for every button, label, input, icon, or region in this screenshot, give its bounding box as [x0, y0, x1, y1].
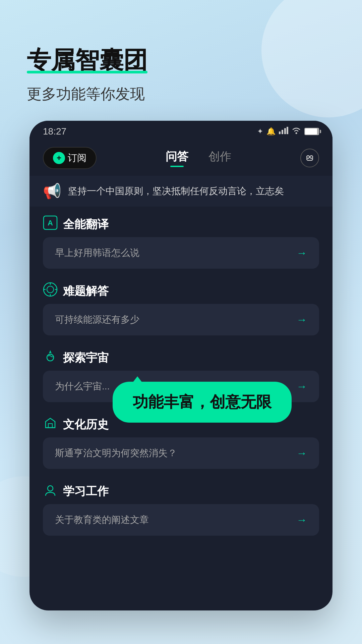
- announcement-banner: 📢 坚持一个中国原则，坚决抵制任何反动言论，立志矣: [29, 176, 333, 207]
- tab-create[interactable]: 创作: [208, 149, 231, 167]
- svg-rect-17: [48, 424, 52, 428]
- nav-tabs: 问答 创作: [103, 149, 294, 167]
- alarm-icon: 🔔: [266, 127, 276, 136]
- svg-rect-1: [282, 130, 283, 134]
- culture-card[interactable]: 斯通亨治文明为何突然消失？ →: [43, 437, 319, 469]
- wifi-icon: [292, 127, 301, 136]
- feature-header-universe: 探索宇宙: [43, 343, 319, 371]
- main-title: 专属智囊团: [27, 47, 147, 73]
- svg-point-6: [310, 156, 313, 158]
- feature-header-problem: 难题解答: [43, 277, 319, 304]
- universe-icon: [43, 349, 58, 367]
- feature-header-translation: A 全能翻译: [43, 210, 319, 237]
- translation-title: 全能翻译: [63, 217, 109, 232]
- help-button[interactable]: [300, 149, 319, 167]
- bluetooth-icon: ✦: [257, 127, 263, 136]
- svg-rect-2: [284, 128, 286, 134]
- study-card[interactable]: 关于教育类的阐述文章 →: [43, 504, 319, 536]
- feature-section-translation: A 全能翻译 早上好用韩语怎么说 →: [43, 210, 319, 269]
- subscribe-plus-icon: +: [53, 152, 65, 164]
- phone-mockup: 18:27 ✦ 🔔: [29, 121, 333, 610]
- tab-qa[interactable]: 问答: [166, 149, 188, 167]
- svg-rect-0: [279, 131, 281, 134]
- svg-point-4: [296, 132, 297, 134]
- problem-arrow-icon: →: [296, 314, 307, 326]
- translation-icon: A: [43, 215, 58, 233]
- study-card-text: 关于教育类的阐述文章: [55, 514, 149, 526]
- signal-icon: [279, 127, 288, 136]
- problem-card-text: 可持续能源还有多少: [55, 313, 139, 326]
- sub-title: 更多功能等你发现: [27, 84, 147, 104]
- announcement-icon: 📢: [43, 182, 61, 200]
- translation-card-text: 早上好用韩语怎么说: [55, 247, 139, 259]
- problem-icon: [43, 282, 58, 300]
- svg-point-11: [47, 286, 54, 293]
- status-time: 18:27: [43, 126, 66, 137]
- header-section: 专属智囊团 更多功能等你发现: [27, 47, 147, 104]
- culture-card-text: 斯通亨治文明为何突然消失？: [55, 447, 177, 460]
- problem-title: 难题解答: [63, 283, 109, 299]
- universe-title: 探索宇宙: [63, 350, 109, 366]
- culture-title: 文化历史: [63, 417, 109, 432]
- svg-point-5: [307, 156, 309, 158]
- tooltip-bubble: 功能丰富，创意无限: [113, 382, 292, 423]
- svg-point-19: [48, 486, 53, 491]
- battery-icon: [304, 128, 319, 135]
- tooltip-text: 功能丰富，创意无限: [133, 393, 272, 411]
- study-arrow-icon: →: [296, 514, 307, 526]
- study-icon: [43, 482, 58, 500]
- translation-arrow-icon: →: [296, 247, 307, 259]
- feature-section-study: 学习工作 关于教育类的阐述文章 →: [43, 477, 319, 536]
- top-nav: + 订阅 问答 创作: [29, 140, 333, 172]
- announcement-text: 坚持一个中国原则，坚决抵制任何反动言论，立志矣: [68, 185, 284, 198]
- study-title: 学习工作: [63, 484, 109, 499]
- subscribe-button[interactable]: + 订阅: [43, 147, 97, 169]
- problem-card[interactable]: 可持续能源还有多少 →: [43, 304, 319, 335]
- status-bar: 18:27 ✦ 🔔: [29, 121, 333, 140]
- status-icons-group: ✦ 🔔: [257, 127, 319, 136]
- translation-card[interactable]: 早上好用韩语怎么说 →: [43, 237, 319, 269]
- feature-header-study: 学习工作: [43, 477, 319, 504]
- universe-arrow-icon: →: [296, 380, 307, 393]
- culture-arrow-icon: →: [296, 447, 307, 460]
- svg-rect-3: [287, 127, 288, 134]
- universe-card-text: 为什么宇宙...: [55, 380, 110, 393]
- svg-text:A: A: [48, 219, 53, 227]
- culture-icon: [43, 416, 58, 433]
- svg-point-16: [47, 354, 54, 361]
- feature-section-problem: 难题解答 可持续能源还有多少 →: [43, 277, 319, 335]
- subscribe-label: 订阅: [68, 152, 86, 164]
